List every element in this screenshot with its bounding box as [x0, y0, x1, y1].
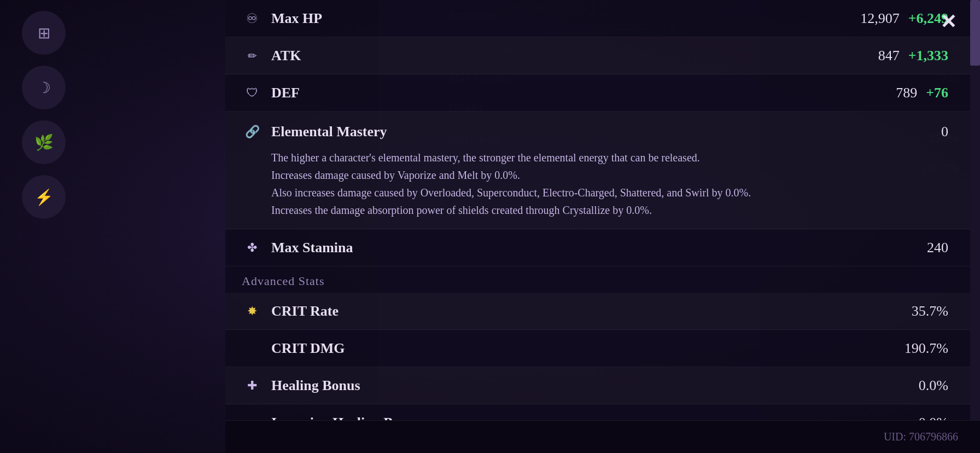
crit-dmg-value: 190.7%	[905, 340, 948, 357]
uid-label: UID: 706796866	[884, 431, 958, 443]
healing-bonus-name: Healing Bonus	[271, 378, 919, 394]
stat-row-crit-dmg: CRIT DMG 190.7%	[225, 330, 970, 367]
elemental-mastery-icon: 🔗	[242, 121, 262, 142]
stats-panel: ✕ ♾ Max HP 12,907 +6,249 ✏ ATK 847 +1,33…	[225, 0, 980, 453]
max-stamina-icon: ✤	[242, 237, 262, 258]
max-stamina-value: 240	[927, 240, 948, 256]
incoming-healing-value: 0.0%	[919, 415, 948, 421]
crit-rate-name: CRIT Rate	[271, 303, 912, 320]
max-hp-name: Max HP	[271, 10, 860, 27]
incoming-healing-icon	[242, 413, 262, 421]
max-stamina-name: Max Stamina	[271, 240, 927, 256]
stats-list[interactable]: ♾ Max HP 12,907 +6,249 ✏ ATK 847 +1,333 …	[225, 0, 970, 420]
bottom-bar: UID: 706796866	[225, 420, 980, 453]
max-hp-value: 12,907	[860, 10, 900, 27]
elemental-mastery-tooltip: The higher a character's elemental maste…	[271, 149, 948, 219]
sidebar-icon-leaf[interactable]: 🌿	[22, 120, 66, 164]
healing-bonus-value: 0.0%	[919, 378, 948, 394]
stat-row-healing-bonus: ✚ Healing Bonus 0.0%	[225, 367, 970, 404]
healing-bonus-icon: ✚	[242, 375, 262, 396]
crit-dmg-icon	[242, 338, 262, 359]
atk-name: ATK	[271, 48, 878, 64]
stat-row-max-hp: ♾ Max HP 12,907 +6,249	[225, 0, 970, 37]
elemental-mastery-name: Elemental Mastery	[271, 124, 941, 140]
close-button[interactable]: ✕	[933, 7, 964, 37]
sidebar-icon-thunder[interactable]: ⚡	[22, 175, 66, 219]
scrollbar-track	[970, 0, 980, 420]
stat-row-crit-rate: ✸ CRIT Rate 35.7%	[225, 293, 970, 330]
sidebar-icon-grid[interactable]: ⊞	[22, 11, 66, 55]
stat-row-atk: ✏ ATK 847 +1,333	[225, 37, 970, 74]
def-value: 789	[896, 85, 917, 101]
scrollbar-thumb[interactable]	[970, 0, 980, 66]
stat-row-max-stamina: ✤ Max Stamina 240	[225, 229, 970, 266]
crit-dmg-name: CRIT DMG	[271, 340, 905, 357]
crit-rate-value: 35.7%	[912, 303, 948, 320]
stat-row-incoming-healing: Incoming Healing Bonus 0.0%	[225, 404, 970, 420]
def-name: DEF	[271, 85, 896, 101]
sidebar: ⊞ ☽ 🌿 ⚡	[0, 0, 88, 453]
atk-value: 847	[878, 48, 900, 64]
advanced-stats-header: Advanced Stats	[225, 266, 970, 293]
max-hp-icon: ♾	[242, 8, 262, 29]
crit-rate-icon: ✸	[242, 301, 262, 322]
def-bonus: +76	[926, 85, 948, 101]
elemental-mastery-value: 0	[941, 124, 948, 140]
sidebar-icon-moon[interactable]: ☽	[22, 66, 66, 109]
atk-bonus: +1,333	[908, 48, 948, 64]
def-icon: 🛡	[242, 83, 262, 103]
stat-row-elemental-mastery: 🔗 Elemental Mastery 0 The higher a chara…	[225, 112, 970, 229]
stat-row-def: 🛡 DEF 789 +76	[225, 74, 970, 112]
incoming-healing-name: Incoming Healing Bonus	[271, 415, 919, 421]
atk-icon: ✏	[242, 45, 262, 66]
